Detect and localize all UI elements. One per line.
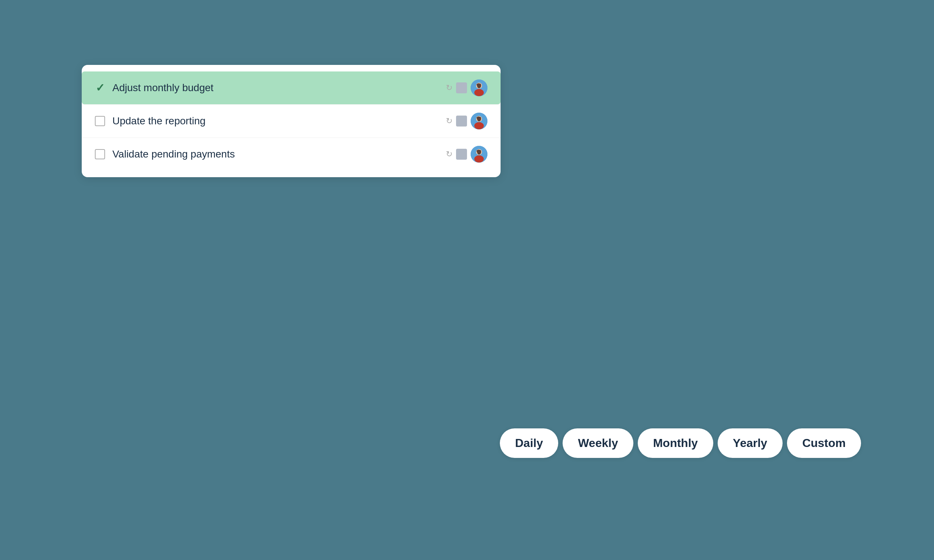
- menu-btn-3[interactable]: [456, 149, 467, 160]
- svg-point-2: [474, 89, 484, 96]
- task-label-3: Validate pending payments: [113, 148, 446, 160]
- filter-btn-daily[interactable]: Daily: [500, 428, 558, 458]
- task-label-1: Adjust monthly budget: [113, 82, 446, 94]
- refresh-icon-1[interactable]: ↻: [446, 83, 452, 92]
- task-row: Update the reporting ↻: [82, 105, 501, 138]
- filter-btn-yearly[interactable]: Yearly: [718, 428, 783, 458]
- task-label-2: Update the reporting: [113, 115, 446, 127]
- svg-point-6: [474, 122, 484, 129]
- task-actions-2: ↻: [446, 113, 487, 129]
- task-row: ✓ Adjust monthly budget ↻: [82, 71, 501, 105]
- svg-point-9: [474, 155, 484, 163]
- filter-btn-monthly[interactable]: Monthly: [638, 428, 713, 458]
- filter-bar: Daily Weekly Monthly Yearly Custom: [500, 428, 861, 458]
- filter-btn-weekly[interactable]: Weekly: [563, 428, 633, 458]
- menu-btn-2[interactable]: [456, 115, 467, 126]
- task-checkbox-1[interactable]: ✓: [95, 83, 105, 93]
- menu-btn-1[interactable]: [456, 82, 467, 93]
- task-card: ✓ Adjust monthly budget ↻ Update the rep…: [82, 65, 501, 177]
- refresh-icon-2[interactable]: ↻: [446, 116, 452, 126]
- task-checkbox-3[interactable]: [95, 149, 105, 159]
- task-actions-3: ↻: [446, 146, 487, 163]
- task-row: Validate pending payments ↻: [82, 138, 501, 171]
- task-actions-1: ↻: [446, 80, 487, 96]
- filter-btn-custom[interactable]: Custom: [787, 428, 861, 458]
- refresh-icon-3[interactable]: ↻: [446, 149, 452, 159]
- checkmark-icon: ✓: [96, 82, 105, 93]
- avatar-1[interactable]: [471, 80, 487, 96]
- avatar-2[interactable]: [471, 113, 487, 129]
- avatar-3[interactable]: [471, 146, 487, 163]
- task-checkbox-2[interactable]: [95, 116, 105, 126]
